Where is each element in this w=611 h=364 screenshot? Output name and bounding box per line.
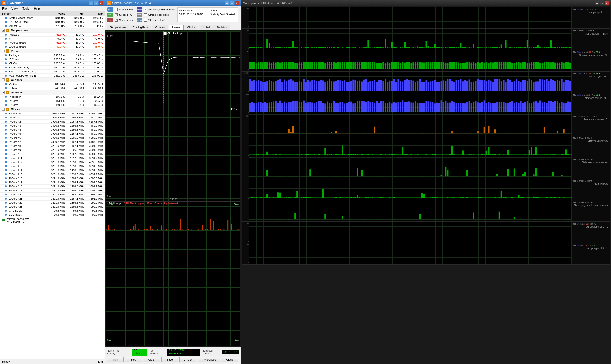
sensor-min-24: 1197.1 MHz [65,112,84,115]
svg-rect-309 [372,62,373,69]
svg-rect-1428 [505,219,507,220]
tab-clocks[interactable]: Clocks [184,25,198,30]
msi-maximize-btn[interactable]: □ [600,1,604,5]
aida64-minimize-btn[interactable]: — [225,1,229,5]
msi-minimize-btn[interactable]: — [595,1,599,5]
svg-rect-564 [271,102,272,112]
svg-rect-1057 [357,168,358,176]
stress-cpu-checkbox[interactable] [114,8,118,11]
svg-rect-605 [359,101,361,112]
svg-rect-1192 [322,189,324,198]
svg-rect-434 [316,81,318,91]
svg-rect-313 [380,63,382,69]
tab-statistics[interactable]: Statistics [213,25,230,30]
expand-btn-16[interactable]: − [2,78,4,81]
expand-btn-23[interactable]: − [2,108,4,111]
sensor-name-49: SOC BCLK [5,213,46,216]
tab-unified[interactable]: Unified [199,25,213,30]
start-button[interactable]: Start [107,357,124,362]
tab-cooling-fans[interactable]: Cooling Fans [130,25,151,30]
svg-rect-801 [456,133,457,133]
stress-gpu-checkbox[interactable] [144,19,147,22]
sensor-val-5: 92.0 °C [46,33,65,36]
svg-rect-1255 [458,198,459,198]
svg-rect-4 [111,230,112,231]
msi-label-11: Мін 36 Макс 92 Пот 78 Температура ЦП2, °… [572,243,610,264]
svg-rect-24 [142,230,143,230]
tab-powers[interactable]: Powers [168,25,183,30]
stress-fpu-checkbox[interactable] [114,13,118,16]
svg-rect-1366 [372,219,373,219]
svg-rect-952 [456,155,457,155]
chart2-pct-top: 100% [233,203,239,206]
svg-rect-281 [311,62,313,69]
sensor-label-40: E-Core #16 [9,177,22,180]
svg-rect-433 [314,80,315,91]
svg-rect-1333 [301,219,302,219]
menu-tools[interactable]: Tools [21,6,30,11]
svg-rect-271 [290,63,292,69]
preferences-button[interactable]: Preferences [198,357,220,362]
msi-svg-11 [249,243,572,264]
sensor-min-11: 2.69 W [65,58,84,61]
msi-chart-10 [249,222,572,243]
hwmonitor-close-btn[interactable]: ✕ [98,1,103,5]
close-btn[interactable]: Close [221,357,238,362]
svg-rect-306 [365,62,367,69]
hwmonitor-maximize-btn[interactable]: □ [94,1,98,5]
svg-rect-315 [385,63,386,69]
msi-row-2: 81920 Мін 584 Макс 305 Пот 659 Завантаже… [242,50,610,72]
aida64-close-btn[interactable]: ✕ [235,1,239,5]
expand-btn-4[interactable]: − [2,29,4,32]
sensor-max-37: 3691.0 MHz [84,165,103,168]
clear-button[interactable]: Clear [143,357,160,362]
svg-rect-624 [400,102,401,112]
svg-rect-485 [426,80,427,91]
aida64-maximize-btn[interactable]: □ [230,1,234,5]
svg-rect-458 [367,82,369,91]
svg-rect-1181 [299,198,300,198]
menu-file[interactable]: File [1,6,8,11]
svg-rect-537 [537,81,539,91]
stress-disk-checkbox[interactable] [144,13,147,16]
svg-rect-379 [522,62,524,69]
cpuid-button[interactable]: CPUID [180,357,196,362]
menu-help[interactable]: Help [33,6,41,11]
svg-rect-1311 [253,219,255,219]
hwmonitor-minimize-btn[interactable]: — [89,1,93,5]
stress-cache-item: $ Stress cache [107,18,134,22]
stress-gpu-label: Stress GPU(s) [149,19,166,21]
svg-rect-1341 [318,219,319,219]
hw-row-31: P-Core #73990.2 MHz1197.1 MHz5187.3 MHz [0,140,105,144]
hw-row-21: P-Cores183.1 %3.9 %200.7 % [0,99,105,103]
svg-rect-84 [237,230,238,230]
expand-btn-9[interactable]: − [2,50,4,52]
svg-rect-385 [535,62,537,69]
stress-mem-checkbox[interactable] [144,8,147,11]
svg-rect-323 [402,63,403,69]
leaf-icon-22 [5,104,7,106]
tab-voltages[interactable]: Voltages [152,25,168,30]
msi-close-btn[interactable]: ✕ [605,1,609,5]
svg-rect-590 [327,101,328,112]
sensor-max-45: 3591.2 MHz [84,197,103,200]
tab-temperatures[interactable]: Temperatures [107,25,129,30]
sensor-val-22: 149.4 % [46,104,65,106]
svg-rect-293 [337,63,339,69]
svg-rect-356 [473,62,474,69]
menu-view[interactable]: View [11,6,19,11]
svg-rect-488 [432,80,434,91]
save-button[interactable]: Save [161,357,178,362]
sensor-min-37: 1396.6 MHz [65,165,84,168]
stop-button[interactable]: Stop [125,357,142,362]
stress-cache-checkbox[interactable] [114,19,118,22]
svg-rect-597 [342,102,343,112]
stress-gpu-icon: GPU [137,18,142,22]
leaf-icon-46 [5,202,7,204]
svg-rect-340 [438,63,440,69]
expand-btn-19[interactable]: − [2,91,4,94]
hw-row-40: E-Core #163291.9 MHz1396.6 MHz4090.0 MHz [0,176,105,181]
svg-rect-301 [354,62,356,69]
svg-rect-1344 [324,214,326,219]
sensor-label-44: E-Core #20 [9,193,22,196]
